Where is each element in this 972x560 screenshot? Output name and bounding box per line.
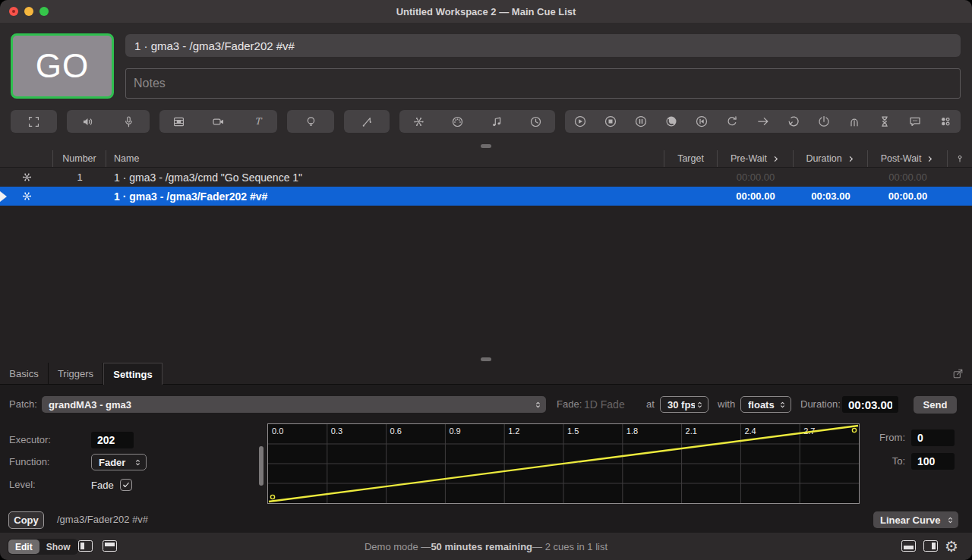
column-header-duration[interactable]: Duration [794, 150, 868, 167]
column-header-name[interactable]: Name [106, 150, 664, 167]
fade-circle-icon [664, 114, 679, 129]
cart-cue-button[interactable] [930, 110, 961, 133]
audio-cue-button[interactable] [67, 110, 109, 133]
chevron-icon [772, 155, 780, 163]
duration-label: Duration: [800, 396, 841, 413]
level-fade-checkbox[interactable] [120, 479, 132, 491]
at-label: at [646, 396, 655, 413]
cue-row[interactable]: 11 · gma3 - /gma3/cmd "Go Sequence 1"00:… [0, 168, 972, 187]
zoom-button[interactable] [39, 7, 49, 16]
play-icon [573, 114, 588, 129]
stop-cue-button[interactable] [595, 110, 626, 133]
svg-text:1.8: 1.8 [626, 426, 638, 436]
go-button[interactable]: GO [11, 33, 114, 99]
left-panel-icon [80, 543, 84, 549]
patch-value: grandMA3 - gma3 [49, 399, 533, 411]
fade-cue-button[interactable] [344, 110, 390, 133]
notes-field[interactable] [125, 68, 961, 99]
format-dropdown[interactable]: floats [740, 396, 791, 413]
traffic-lights [9, 0, 49, 23]
cue-cell [0, 187, 53, 206]
mic-cue-button[interactable] [109, 110, 150, 133]
format-value: floats [748, 399, 778, 411]
midi-icon [450, 115, 465, 129]
close-button[interactable] [9, 7, 18, 16]
fade-curve-editor[interactable]: 0.00.30.60.91.21.51.82.12.42.7 [267, 423, 860, 504]
cue-name-field[interactable] [125, 34, 961, 57]
splitter-handle-bottom[interactable] [481, 357, 491, 361]
group-cue-button[interactable] [11, 110, 57, 133]
power-cue-button[interactable] [809, 110, 839, 133]
column-header-number[interactable]: Number [53, 150, 106, 167]
from-field[interactable] [911, 429, 955, 446]
column-header-continue[interactable] [948, 150, 972, 167]
midi-cue-button[interactable] [438, 110, 477, 133]
camera-cue-button[interactable] [199, 110, 238, 133]
fps-dropdown[interactable]: 30 fps [660, 396, 708, 413]
edit-mode-button[interactable]: Edit [8, 540, 39, 554]
executor-field[interactable] [91, 432, 134, 448]
copy-button[interactable]: Copy [8, 511, 44, 529]
send-button[interactable]: Send [914, 396, 957, 414]
function-dropdown[interactable]: Fader [91, 454, 147, 470]
toggle-top-panel-button[interactable] [103, 540, 117, 552]
cue-list-header: NumberNameTargetPre-WaitDurationPost-Wai… [0, 150, 972, 168]
from-label: From: [872, 429, 905, 446]
tab-triggers[interactable]: Triggers [49, 363, 103, 384]
fade-circle-cue-button[interactable] [656, 110, 686, 133]
minimize-button[interactable] [24, 7, 33, 16]
text-icon: T [251, 115, 265, 129]
tab-basics[interactable]: Basics [0, 363, 49, 384]
fade-type-value: 1D Fade [584, 396, 625, 413]
toggle-bottom-panel-button[interactable] [901, 540, 916, 552]
toolbar: T [11, 110, 961, 133]
column-header-target[interactable]: Target [664, 150, 718, 167]
goto-cue-button[interactable] [747, 110, 778, 133]
cart-icon [938, 114, 953, 129]
power-icon [816, 114, 832, 129]
bottom-panel-icon [904, 546, 914, 549]
cue-cell [0, 168, 53, 187]
open-in-window-button[interactable] [951, 367, 964, 380]
patch-dropdown[interactable]: grandMA3 - gma3 [42, 396, 546, 413]
tab-settings[interactable]: Settings [103, 363, 163, 385]
to-field[interactable] [911, 453, 955, 470]
devamp-cue-button[interactable] [778, 110, 809, 133]
memo-cue-button[interactable] [900, 110, 930, 133]
text-cue-button[interactable]: T [238, 110, 277, 133]
wait-cue-button[interactable] [869, 110, 900, 133]
duration-field[interactable] [842, 396, 898, 413]
group-icon [27, 115, 41, 129]
play-cue-button[interactable] [565, 110, 595, 133]
scrollbar-thumb[interactable] [259, 446, 264, 486]
cue-row[interactable]: 1 · gma3 - /gma3/Fader202 #v#00:00.0000:… [0, 187, 972, 206]
curve-dropdown[interactable]: Linear Curve [873, 511, 958, 528]
cue-cell: 1 · gma3 - /gma3/cmd "Go Sequence 1" [106, 168, 664, 187]
video-cue-button[interactable] [159, 110, 199, 133]
toggle-right-panel-button[interactable] [923, 540, 938, 552]
settings-gear-icon[interactable]: ⚙ [945, 537, 958, 555]
pause-cue-button[interactable] [626, 110, 656, 133]
network-cue-button[interactable] [399, 110, 438, 133]
show-mode-button[interactable]: Show [39, 540, 77, 554]
toggle-left-panel-button[interactable] [78, 540, 93, 552]
cue-cell: 00:03.00 [794, 187, 868, 206]
music-note-cue-button[interactable] [478, 110, 516, 133]
toolbar-group [67, 110, 150, 133]
status-bar: Edit Show Demo mode — 50 minutes remaini… [0, 533, 972, 560]
cue-list-empty-area[interactable] [0, 206, 972, 363]
stepper-icon [778, 399, 787, 411]
svg-text:0.0: 0.0 [272, 426, 283, 436]
svg-text:T: T [254, 116, 262, 127]
light-cue-button[interactable] [287, 110, 334, 133]
cue-cell: 00:00.00 [868, 187, 948, 206]
column-header-pre-wait[interactable]: Pre-Wait [718, 150, 794, 167]
column-header-status[interactable] [0, 150, 53, 167]
arm-cue-button[interactable] [839, 110, 869, 133]
column-header-post-wait[interactable]: Post-Wait [868, 150, 948, 167]
inspector-tabs: BasicsTriggersSettings [0, 363, 972, 385]
splitter-handle-top[interactable] [481, 144, 491, 148]
reset-cue-button[interactable] [686, 110, 717, 133]
timecode-cue-button[interactable] [516, 110, 555, 133]
load-cue-button[interactable] [717, 110, 747, 133]
